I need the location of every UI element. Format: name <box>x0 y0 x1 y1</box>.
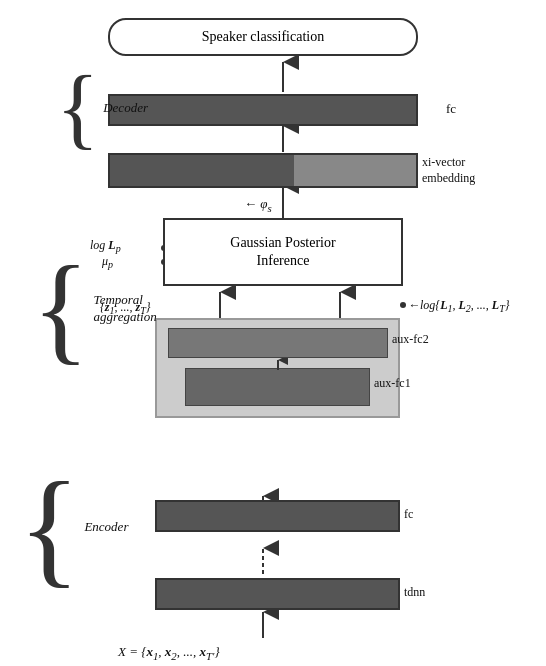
svg-point-12 <box>400 302 406 308</box>
encoder-brace-label: Encoder <box>84 519 128 535</box>
temporal-agg-brace-label: Temporal aggregation <box>94 292 157 326</box>
tdnn-label: tdnn <box>404 585 425 600</box>
tdnn-bar <box>155 578 400 610</box>
decoder-brace-label: Decoder <box>103 100 148 116</box>
aux-fc1-label: aux-fc1 <box>374 376 411 391</box>
aux-fc2-label: aux-fc2 <box>392 332 429 347</box>
xi-vector-label: xi-vectorembedding <box>422 155 475 186</box>
gpi-label: Gaussian PosteriorInference <box>230 234 335 270</box>
gpi-box: Gaussian PosteriorInference <box>163 218 403 286</box>
aux-fc2-bar <box>168 328 388 358</box>
fc-decoder-label: fc <box>446 101 456 117</box>
aux-fc1-box <box>185 368 370 406</box>
diagram-container: Speaker classification fc xi-vectorembed… <box>0 0 546 666</box>
encoder-brace-area: } Encoder <box>18 418 124 636</box>
fc-encoder-bar <box>155 500 400 532</box>
phi-s-label: ← φs <box>244 196 272 214</box>
input-label: X = {x1, x2, ..., xT'} <box>118 644 220 662</box>
fc-encoder-label: fc <box>404 507 413 522</box>
inner-arrow-svg <box>268 358 288 372</box>
decoder-brace-area: } Decoder <box>56 18 144 198</box>
speaker-classification-label: Speaker classification <box>202 29 324 45</box>
fc-decoder-bar: fc <box>108 94 418 126</box>
xi-vector-box <box>108 153 418 188</box>
temporal-agg-brace-area: } Temporal aggregation <box>32 206 153 411</box>
speaker-classification-box: Speaker classification <box>108 18 418 56</box>
log-vectors-label: ←log{L1, L2, ..., LT} <box>408 298 510 314</box>
